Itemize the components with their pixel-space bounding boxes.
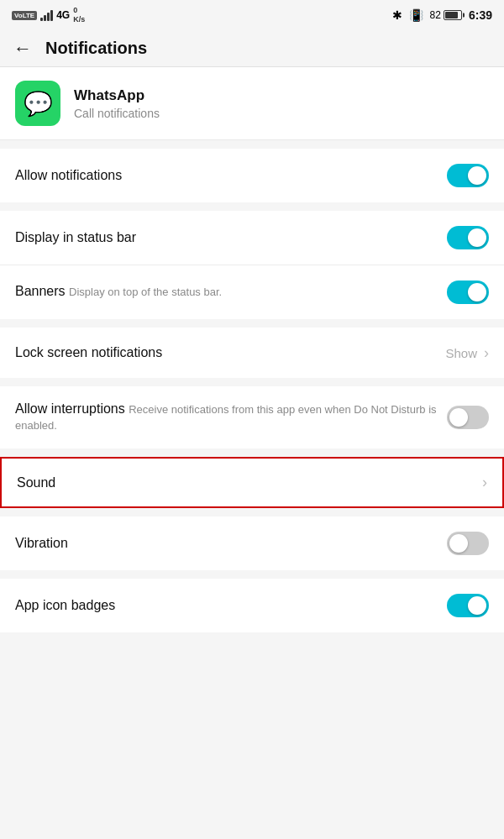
toggle-knob-4 — [449, 408, 468, 427]
page-title: Notifications — [45, 39, 147, 58]
whatsapp-logo: 💬 — [24, 90, 53, 118]
battery-percent: 82 — [430, 9, 441, 21]
app-subtitle: Call notifications — [74, 107, 160, 120]
battery-container: 82 — [430, 9, 462, 21]
app-icon-badges-content: App icon badges — [15, 598, 447, 613]
bluetooth-icon: ✱ — [392, 8, 402, 22]
app-info-text: WhatsApp Call notifications — [74, 87, 160, 120]
network-speed: 0 K/s — [73, 6, 85, 24]
display-status-bar-item[interactable]: Display in status bar — [0, 211, 504, 265]
toggle-knob — [468, 166, 486, 185]
display-status-bar-content: Display in status bar — [15, 230, 447, 245]
page-header: ← Notifications — [0, 30, 504, 67]
allow-interruptions-item[interactable]: Allow interruptions Receive notification… — [0, 386, 504, 448]
back-button[interactable]: ← — [13, 39, 32, 58]
allow-interruptions-content: Allow interruptions Receive notification… — [15, 401, 447, 433]
sound-label: Sound — [17, 475, 55, 490]
sound-item[interactable]: Sound › — [0, 457, 504, 508]
signal-bar-3 — [47, 13, 50, 21]
vibrate-icon: 📳 — [409, 8, 423, 22]
lock-screen-section: Lock screen notifications Show › — [0, 328, 504, 378]
sound-content: Sound — [17, 475, 475, 490]
display-status-bar-label: Display in status bar — [15, 230, 136, 244]
allow-interruptions-toggle[interactable] — [447, 406, 489, 429]
toggle-knob-5 — [449, 534, 468, 553]
time-display: 6:39 — [469, 8, 492, 22]
status-bar-right: ✱ 📳 82 6:39 — [392, 8, 492, 22]
allow-notifications-toggle[interactable] — [447, 164, 489, 187]
whatsapp-icon: 💬 — [15, 81, 60, 126]
app-icon-badges-toggle[interactable] — [447, 594, 489, 617]
bottom-spacing — [0, 632, 504, 649]
status-bar: VoLTE 4G 0 K/s ✱ 📳 82 6:39 — [0, 0, 504, 30]
display-section: Display in status bar Banners Display on… — [0, 211, 504, 319]
vibration-toggle[interactable] — [447, 532, 489, 555]
banners-label: Banners — [15, 284, 66, 298]
vibration-content: Vibration — [15, 536, 447, 551]
sound-section: Sound › — [0, 457, 504, 508]
volte-badge: VoLTE — [12, 11, 37, 20]
app-name: WhatsApp — [74, 87, 160, 104]
signal-bar-2 — [44, 15, 46, 21]
battery-fill — [445, 12, 458, 18]
battery-icon — [444, 10, 462, 20]
allow-notifications-item[interactable]: Allow notifications — [0, 149, 504, 202]
allow-notifications-section: Allow notifications — [0, 149, 504, 202]
display-status-bar-toggle[interactable] — [447, 226, 489, 249]
status-bar-left: VoLTE 4G 0 K/s — [12, 6, 85, 24]
vibration-section: Vibration — [0, 517, 504, 570]
banners-toggle[interactable] — [447, 281, 489, 304]
app-icon-badges-section: App icon badges — [0, 579, 504, 632]
app-info-row: 💬 WhatsApp Call notifications — [0, 67, 504, 140]
signal-bar-1 — [40, 18, 43, 21]
allow-notifications-content: Allow notifications — [15, 168, 447, 183]
lock-screen-value: Show — [445, 346, 477, 360]
lock-screen-content: Lock screen notifications — [15, 345, 445, 360]
banners-content: Banners Display on top of the status bar… — [15, 284, 447, 300]
banners-sublabel: Display on top of the status bar. — [69, 286, 222, 298]
toggle-knob-3 — [468, 283, 486, 302]
toggle-knob-2 — [468, 228, 486, 247]
allow-notifications-label: Allow notifications — [15, 168, 122, 182]
allow-interruptions-label: Allow interruptions — [15, 401, 125, 416]
banners-item[interactable]: Banners Display on top of the status bar… — [0, 265, 504, 319]
lock-screen-chevron: › — [484, 344, 489, 362]
signal-bars — [40, 9, 53, 21]
app-icon-badges-item[interactable]: App icon badges — [0, 579, 504, 632]
app-icon-badges-label: App icon badges — [15, 598, 115, 612]
sound-chevron: › — [482, 474, 487, 491]
signal-bar-4 — [50, 10, 53, 21]
vibration-item[interactable]: Vibration — [0, 517, 504, 570]
network-type: 4G — [56, 9, 70, 21]
lock-screen-item[interactable]: Lock screen notifications Show › — [0, 328, 504, 378]
vibration-label: Vibration — [15, 536, 68, 550]
toggle-knob-6 — [468, 596, 486, 615]
lock-screen-label: Lock screen notifications — [15, 345, 162, 359]
interruptions-section: Allow interruptions Receive notification… — [0, 386, 504, 448]
